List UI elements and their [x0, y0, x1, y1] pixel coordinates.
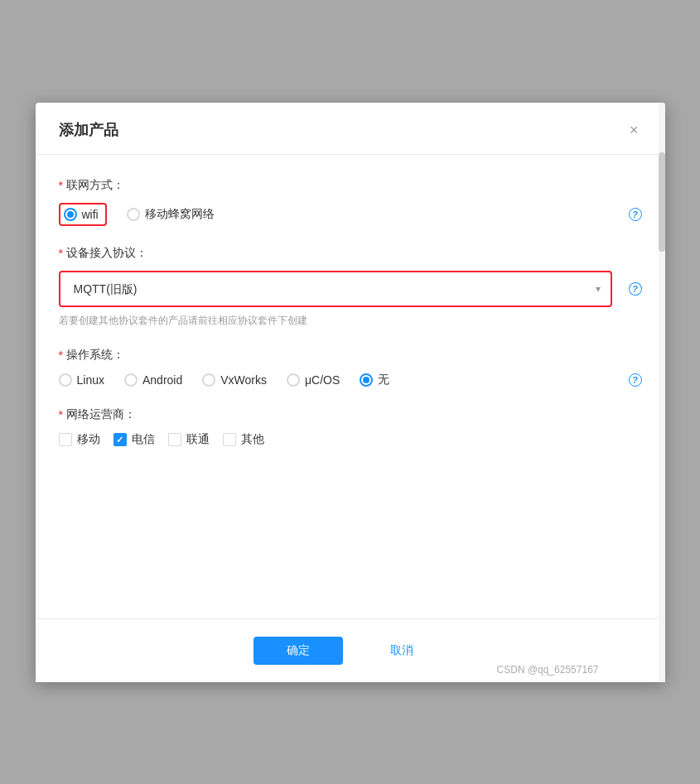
os-options-row: Linux Android VxWorks μC/OS: [59, 373, 642, 387]
mobile-checkbox[interactable]: [59, 433, 72, 446]
ucos-radio[interactable]: [287, 373, 300, 387]
protocol-label-text: 设备接入协议：: [66, 246, 147, 261]
cellular-radio-label[interactable]: 移动蜂窝网络: [127, 207, 215, 222]
other-checkbox[interactable]: [223, 433, 236, 446]
wifi-radio-wrapper: wifi: [59, 203, 107, 226]
unicom-checkbox-label[interactable]: 联通: [168, 432, 210, 447]
os-section: * 操作系统： Linux Android: [59, 348, 642, 387]
scrollbar-track[interactable]: [659, 103, 665, 682]
cellular-radio[interactable]: [127, 208, 140, 221]
carrier-label-text: 网络运营商：: [66, 407, 136, 422]
network-help-icon[interactable]: ?: [629, 208, 642, 221]
linux-radio-label[interactable]: Linux: [59, 373, 104, 387]
os-help-icon[interactable]: ?: [629, 373, 642, 387]
linux-radio[interactable]: [59, 373, 72, 387]
unicom-checkbox[interactable]: [168, 433, 181, 446]
carrier-section: * 网络运营商： 移动 电信 联通: [59, 407, 642, 447]
network-required-star: *: [59, 179, 63, 192]
dialog-overlay: 添加产品 × * 联网方式： wifi: [0, 0, 700, 784]
wifi-radio[interactable]: [64, 208, 77, 221]
network-label: * 联网方式：: [59, 178, 642, 193]
protocol-select-wrapper: MQTT(旧版) MQTT CoAP HTTP ▾: [59, 271, 612, 307]
vxworks-radio-label[interactable]: VxWorks: [202, 373, 267, 387]
none-radio-label[interactable]: 无: [360, 373, 389, 387]
telecom-checkbox[interactable]: [113, 433, 127, 446]
protocol-section: * 设备接入协议： MQTT(旧版) MQTT CoAP HTTP ▾ ?: [59, 246, 642, 328]
network-radio-group: wifi 移动蜂窝网络: [59, 203, 215, 226]
dialog-header: 添加产品 ×: [36, 103, 665, 155]
os-label: * 操作系统：: [59, 348, 642, 363]
carrier-checkbox-group: 移动 电信 联通 其他: [59, 432, 642, 447]
os-required-star: *: [59, 349, 63, 362]
dialog-body: * 联网方式： wifi: [36, 155, 665, 618]
protocol-hint: 若要创建其他协议套件的产品请前往相应协议套件下创建: [59, 314, 642, 328]
carrier-label: * 网络运营商：: [59, 407, 642, 422]
other-checkbox-label[interactable]: 其他: [223, 432, 264, 447]
dialog: 添加产品 × * 联网方式： wifi: [36, 103, 665, 682]
protocol-select[interactable]: MQTT(旧版) MQTT CoAP HTTP: [60, 272, 611, 305]
network-section: * 联网方式： wifi: [59, 178, 642, 226]
close-button[interactable]: ×: [626, 119, 642, 141]
android-radio[interactable]: [124, 373, 138, 387]
android-radio-label[interactable]: Android: [124, 373, 182, 387]
protocol-help-icon[interactable]: ?: [629, 282, 642, 296]
os-label-text: 操作系统：: [66, 348, 124, 363]
mobile-checkbox-label[interactable]: 移动: [59, 432, 100, 447]
os-radio-group: Linux Android VxWorks μC/OS: [59, 373, 390, 387]
carrier-required-star: *: [59, 408, 63, 421]
none-radio[interactable]: [360, 373, 373, 387]
wifi-radio-label[interactable]: wifi: [82, 208, 99, 221]
cancel-button[interactable]: 取消: [356, 636, 447, 666]
protocol-required-star: *: [59, 247, 63, 260]
dialog-title: 添加产品: [59, 120, 118, 140]
vxworks-radio[interactable]: [202, 373, 215, 387]
protocol-label: * 设备接入协议：: [59, 246, 642, 261]
watermark: CSDN @qq_62557167: [497, 664, 599, 676]
scrollbar-thumb[interactable]: [659, 152, 665, 252]
confirm-button[interactable]: 确定: [253, 637, 343, 665]
network-label-text: 联网方式：: [66, 178, 124, 193]
protocol-row: MQTT(旧版) MQTT CoAP HTTP ▾ ?: [59, 271, 642, 307]
ucos-radio-label[interactable]: μC/OS: [287, 373, 340, 387]
telecom-checkbox-label[interactable]: 电信: [113, 432, 155, 447]
network-options-row: wifi 移动蜂窝网络 ?: [59, 203, 642, 226]
